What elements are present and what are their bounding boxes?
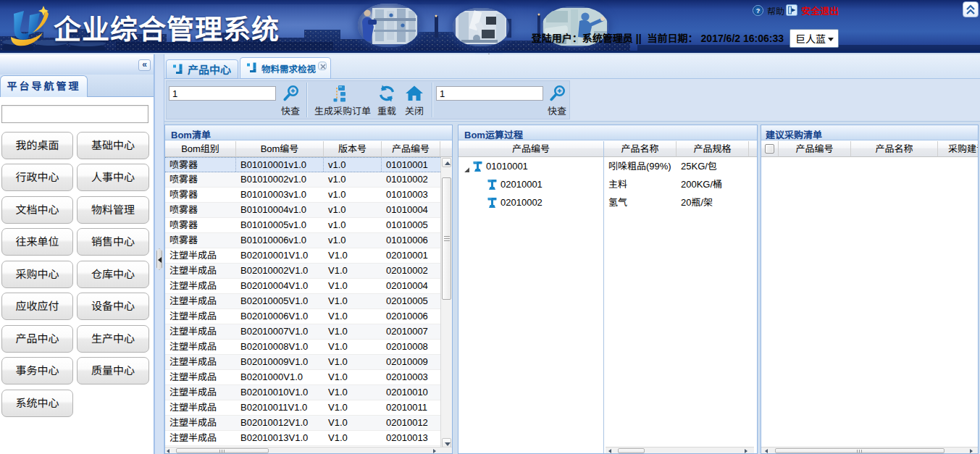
column-header-select-all[interactable]: [761, 141, 779, 157]
sidebar-item-17[interactable]: 系统中心: [1, 390, 73, 417]
bom-table-row[interactable]: 注塑半成品B02010002V1.0V1.002010002: [165, 264, 440, 279]
bom-tree-row[interactable]: 02010001主料200KG/桶: [458, 175, 757, 193]
scroll-right-button[interactable]: [968, 448, 977, 453]
column-header-bom-code[interactable]: Bom编号: [236, 141, 324, 157]
table-cell: 01010006: [382, 233, 440, 248]
tab-close-button[interactable]: [318, 62, 327, 70]
column-header-product-code[interactable]: 产品编号: [382, 141, 440, 157]
bom-table-row[interactable]: 注塑半成品B02010008V1.0V1.002010008: [165, 340, 440, 355]
bom-table-row[interactable]: 注塑半成品B02010006V1.0V1.002010006: [165, 309, 440, 324]
expand-arrow-icon[interactable]: [464, 167, 470, 173]
bom-table-row[interactable]: 注塑半成品B02010011V1.0V1.002010011: [165, 400, 440, 416]
theme-select[interactable]: 巨人蓝: [790, 29, 839, 48]
quick-search-button-right[interactable]: 快查: [543, 106, 571, 117]
sidebar-item-14[interactable]: 生产中心: [77, 325, 149, 353]
reload-icon[interactable]: [377, 84, 396, 103]
tab-material-requirements-view[interactable]: 物料需求检视: [240, 57, 331, 79]
scroll-left-button[interactable]: [608, 448, 616, 453]
help-button[interactable]: ? 帮助: [753, 4, 784, 16]
select-all-checkbox[interactable]: [765, 144, 774, 154]
horizontal-scrollbar[interactable]: [761, 447, 978, 453]
home-icon[interactable]: [405, 84, 424, 103]
bom-table-row[interactable]: 注塑半成品B02010004V1.0V1.002010004: [165, 279, 440, 294]
reload-button[interactable]: 重载: [372, 106, 401, 117]
bom-tree-row[interactable]: 02010002氢气20瓶/架: [458, 193, 757, 211]
sidebar-item-13[interactable]: 产品中心: [1, 325, 73, 353]
column-header-product-code[interactable]: 产品编号: [779, 141, 851, 157]
sidebar-header-strip: [0, 54, 154, 75]
close-button[interactable]: 关闭: [400, 106, 429, 117]
sidebar-search-input[interactable]: [1, 105, 148, 123]
tab-product-center[interactable]: 产品中心: [166, 59, 238, 79]
scroll-up-button[interactable]: [442, 158, 451, 167]
bom-table-row[interactable]: 喷雾器B01010001v1.0v1.001010001: [165, 157, 440, 172]
tree-expand-arrow[interactable]: [464, 163, 470, 169]
sidebar-item-5[interactable]: 文档中心: [1, 196, 73, 224]
horizontal-scrollbar[interactable]: [606, 447, 754, 453]
bom-table-row[interactable]: 注塑半成品B02010005V1.0V1.002010005: [165, 294, 440, 309]
table-cell: V1.0: [324, 400, 382, 415]
bom-table-row[interactable]: 注塑半成品B0201000V1.0V1.002010003: [165, 370, 440, 385]
scrollbar-thumb[interactable]: [176, 448, 269, 453]
search-plus-icon[interactable]: [548, 84, 567, 103]
generate-po-icon[interactable]: [331, 84, 350, 103]
sidebar-splitter[interactable]: [154, 54, 164, 454]
bom-table-row[interactable]: 注塑半成品B02010009V1.0V1.002010009: [165, 355, 440, 370]
bom-table-row[interactable]: 喷雾器B01010004v1.0v1.001010004: [165, 203, 440, 218]
bom-tree-row[interactable]: 01010001吲哚粗品(99%)25KG/包: [458, 157, 757, 175]
sidebar-item-7[interactable]: 往来单位: [1, 228, 73, 256]
table-cell: 02010013: [382, 431, 440, 445]
splitter-collapse-handle[interactable]: [156, 248, 162, 270]
search-plus-icon[interactable]: [282, 84, 301, 103]
scroll-down-button[interactable]: [442, 438, 451, 447]
quick-search-button-left[interactable]: 快查: [276, 106, 305, 117]
column-header-product-name[interactable]: 产品名称: [604, 141, 677, 157]
column-header-product-name[interactable]: 产品名称: [851, 141, 938, 157]
bom-table-row[interactable]: 注塑半成品B02010001V1.0V1.002010001: [165, 248, 440, 264]
login-user-text: 登陆用户：系统管理员: [532, 33, 633, 44]
scrollbar-thumb[interactable]: [442, 177, 451, 300]
safe-exit-button[interactable]: 安全退出: [786, 4, 839, 16]
scroll-right-button[interactable]: [743, 448, 752, 453]
scroll-right-button[interactable]: [432, 448, 440, 453]
sidebar-item-9[interactable]: 采购中心: [1, 261, 73, 288]
sidebar-item-12[interactable]: 设备中心: [77, 293, 149, 320]
sidebar-item-16[interactable]: 质量中心: [77, 357, 149, 384]
column-header-product-code[interactable]: 产品编号: [458, 141, 604, 157]
sidebar-item-8[interactable]: 销售中心: [77, 228, 149, 256]
column-header-bom-group[interactable]: Bom组别: [165, 141, 236, 157]
sidebar-collapse-button[interactable]: «: [138, 59, 151, 71]
sidebar-tab-platform-nav[interactable]: 平台导航管理: [0, 75, 88, 97]
bom-table-row[interactable]: 注塑半成品B02010010V1.0V1.002010010: [165, 385, 440, 400]
scrollbar-thumb[interactable]: [775, 448, 945, 453]
bom-table-row[interactable]: 注塑半成品B02010013V1.0V1.002010013: [165, 431, 440, 446]
scroll-right-icon: [745, 449, 747, 453]
table-cell: B02010004V1.0: [236, 279, 324, 293]
sidebar-item-4[interactable]: 人事中心: [77, 164, 149, 191]
bom-table-row[interactable]: 注塑半成品B02010007V1.0V1.002010007: [165, 324, 440, 340]
collapse-header-button[interactable]: [963, 1, 979, 17]
bom-table-row[interactable]: 喷雾器B01010006v1.0v1.001010006: [165, 233, 440, 248]
sidebar-item-6[interactable]: 物料管理: [77, 196, 149, 224]
sidebar-item-3[interactable]: 行政中心: [1, 164, 73, 191]
bom-table-row[interactable]: 喷雾器B01010005v1.0v1.001010005: [165, 218, 440, 233]
scroll-left-button[interactable]: [764, 448, 773, 453]
bom-table-row[interactable]: 喷雾器B01010003v1.0v1.001010003: [165, 188, 440, 203]
sidebar-item-2[interactable]: 基础中心: [77, 132, 149, 159]
generate-po-button[interactable]: 生成采购订单: [314, 106, 369, 117]
scrollbar-thumb[interactable]: [618, 448, 645, 453]
column-header-version[interactable]: 版本号: [324, 141, 382, 157]
vertical-scrollbar[interactable]: [440, 157, 452, 447]
sidebar-item-15[interactable]: 事务中心: [1, 357, 73, 384]
horizontal-scrollbar[interactable]: [165, 447, 452, 453]
column-header-product-spec[interactable]: 产品规格: [677, 141, 749, 157]
bom-table-row[interactable]: 注塑半成品B02010012V1.0V1.002010012: [165, 416, 440, 431]
sidebar-item-11[interactable]: 应收应付: [1, 293, 73, 320]
bom-table-row[interactable]: 喷雾器B01010002v1.0v1.001010002: [165, 172, 440, 188]
scroll-left-button[interactable]: [166, 448, 175, 453]
sidebar-item-10[interactable]: 仓库中心: [77, 261, 149, 288]
quick-search-input-right[interactable]: [436, 86, 543, 101]
column-header-purchase-suggestion[interactable]: 采购建议: [938, 141, 978, 157]
sidebar-item-1[interactable]: 我的桌面: [1, 132, 73, 159]
quick-search-input-left[interactable]: [169, 86, 276, 101]
